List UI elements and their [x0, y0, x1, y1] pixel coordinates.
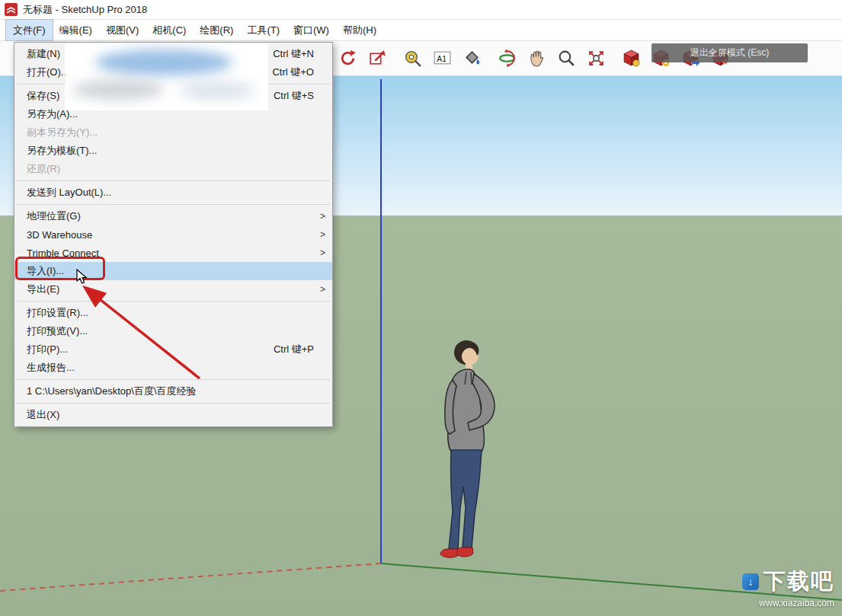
menu-separator	[14, 202, 332, 207]
submenu-arrow-icon: >	[320, 207, 325, 225]
menubar-item[interactable]: 帮助(H)	[336, 20, 383, 40]
dimension-text-icon[interactable]: A1	[431, 47, 453, 70]
censored-region	[65, 43, 268, 110]
menu-item-label: 打印设置(R)...	[27, 306, 88, 320]
orbit-icon[interactable]	[495, 47, 518, 70]
export-image-icon[interactable]	[366, 47, 389, 70]
zoom-extents-icon[interactable]	[584, 47, 607, 70]
file-menu-item[interactable]: 1 C:\Users\yan\Desktop\百度\百度经验	[14, 382, 332, 401]
menu-item-label: 打印预览(V)...	[27, 324, 88, 338]
menu-item-label: 导出(E)	[27, 282, 59, 296]
menu-item-label: 退出(X)	[27, 408, 59, 422]
menubar-item[interactable]: 文件(F)	[6, 20, 53, 40]
menu-item-label: 1 C:\Users\yan\Desktop\百度\百度经验	[27, 385, 197, 398]
file-menu-item[interactable]: Trimble Connect>	[14, 244, 332, 262]
menu-item-label: 副本另存为(Y)...	[27, 126, 98, 139]
submenu-arrow-icon: >	[320, 280, 325, 298]
menu-item-shortcut: Ctrl 键+P	[274, 343, 314, 356]
menu-item-label: 另存为模板(T)...	[27, 144, 97, 158]
exit-fullscreen-button[interactable]: 退出全屏模式 (Esc)	[652, 43, 808, 62]
toolbar-group	[336, 47, 389, 70]
menubar-item[interactable]: 工具(T)	[240, 20, 287, 40]
menubar: 文件(F)编辑(E)视图(V)相机(C)绘图(R)工具(T)窗口(W)帮助(H)	[0, 20, 842, 41]
menu-item-label: 打开(O)...	[27, 65, 69, 79]
sketchup-logo-icon	[5, 3, 18, 16]
menu-separator	[14, 178, 332, 184]
zoom-icon[interactable]	[555, 47, 578, 70]
menu-item-label: 打印(P)...	[27, 343, 68, 356]
watermark-url: www.xiazaiba.com	[759, 598, 834, 608]
menu-item-label: 新建(N)	[27, 47, 60, 61]
model-info-icon[interactable]	[619, 47, 642, 70]
menubar-item[interactable]: 视图(V)	[99, 20, 146, 40]
file-menu-item[interactable]: 副本另存为(Y)...	[14, 123, 332, 142]
xiazaiba-logo-icon: ↓	[742, 573, 759, 590]
watermark: ↓ 下载吧 www.xiazaiba.com	[742, 567, 834, 608]
menu-item-label: 导入(I)...	[27, 264, 64, 278]
file-menu-item[interactable]: 还原(R)	[14, 160, 332, 178]
titlebar: 无标题 - SketchUp Pro 2018	[0, 0, 842, 20]
menu-item-label: 地理位置(G)	[27, 209, 81, 223]
menu-item-label: Trimble Connect	[27, 247, 99, 259]
submenu-arrow-icon: >	[320, 244, 325, 262]
file-menu-item[interactable]: 另存为模板(T)...	[14, 142, 332, 160]
person-shoe	[440, 549, 459, 557]
menu-item-label: 还原(R)	[27, 162, 60, 176]
pan-icon[interactable]	[525, 47, 548, 70]
window-title: 无标题 - SketchUp Pro 2018	[23, 3, 147, 17]
file-menu-item[interactable]: 退出(X)	[14, 406, 332, 424]
toolbar-group	[495, 47, 607, 70]
red-axis	[0, 563, 381, 591]
undo-icon[interactable]	[336, 47, 359, 70]
toolbar-group: A1	[401, 47, 483, 70]
menu-item-label: 生成报告...	[27, 361, 75, 375]
tape-measure-icon[interactable]	[401, 47, 424, 70]
file-menu-item[interactable]: 发送到 LayOut(L)...	[14, 184, 332, 202]
paint-bucket-icon[interactable]	[460, 47, 483, 70]
menu-separator	[14, 377, 332, 382]
person-jeans	[449, 450, 482, 549]
menu-item-label: 保存(S)	[27, 89, 59, 103]
file-menu-item[interactable]: 打印设置(R)...	[14, 304, 332, 322]
file-menu-item[interactable]: 生成报告...	[14, 359, 332, 377]
file-menu-item[interactable]: 地理位置(G)>	[14, 207, 332, 225]
file-menu-item[interactable]: 导出(E)>	[14, 280, 332, 298]
menu-separator	[14, 401, 332, 406]
menu-item-label: 3D Warehouse	[27, 229, 92, 241]
file-menu-item[interactable]: 打印(P)...Ctrl 键+P	[14, 340, 332, 359]
file-menu-item[interactable]: 3D Warehouse>	[14, 225, 332, 244]
menu-separator	[14, 298, 332, 304]
file-menu-item[interactable]: 导入(I)...	[14, 262, 332, 280]
person-shoe	[456, 547, 473, 557]
menubar-item[interactable]: 编辑(E)	[53, 20, 99, 40]
menu-item-shortcut: Ctrl 键+S	[274, 89, 314, 103]
svg-text:A1: A1	[437, 55, 447, 63]
menu-item-label: 发送到 LayOut(L)...	[27, 186, 111, 199]
menubar-item[interactable]: 窗口(W)	[287, 20, 336, 40]
menubar-item[interactable]: 相机(C)	[146, 20, 193, 40]
menu-item-shortcut: Ctrl 键+N	[273, 47, 314, 61]
menubar-item[interactable]: 绘图(R)	[193, 20, 240, 40]
file-menu-item[interactable]: 打印预览(V)...	[14, 322, 332, 340]
submenu-arrow-icon: >	[320, 225, 325, 244]
menu-item-shortcut: Ctrl 键+O	[272, 65, 314, 79]
person-figure[interactable]	[419, 337, 526, 566]
watermark-title: 下载吧	[764, 567, 834, 597]
